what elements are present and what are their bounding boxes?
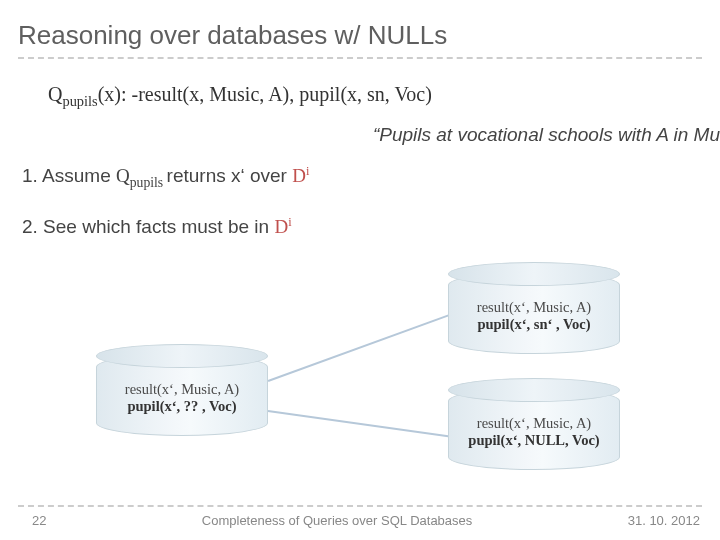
db-cylinder-top: result(x‘, Music, A) pupil(x‘, sn‘ , Voc…	[448, 272, 620, 354]
slide-footer: 22 Completeness of Queries over SQL Data…	[18, 505, 702, 528]
slide-root: Reasoning over databases w/ NULLs Qpupil…	[0, 0, 720, 540]
fact-result: result(x‘, Music, A)	[477, 299, 591, 316]
query-definition: Qpupils(x): -result(x, Music, A), pupil(…	[48, 83, 702, 110]
fact-result: result(x‘, Music, A)	[477, 415, 591, 432]
step1-q-sub: pupils	[130, 175, 167, 190]
step-1: 1. Assume Qpupils returns x‘ over Di	[22, 164, 702, 191]
slide-title: Reasoning over databases w/ NULLs	[18, 20, 702, 59]
footer-title: Completeness of Queries over SQL Databas…	[46, 513, 627, 528]
diagram-canvas: result(x‘, Music, A) pupil(x‘, sn‘ , Voc…	[18, 262, 702, 492]
connector-line	[268, 410, 466, 439]
step2-prefix: 2. See which facts must be in	[22, 216, 274, 237]
query-gloss: “Pupils at vocational schools with A in …	[18, 124, 720, 146]
step1-d-sup: i	[306, 164, 309, 178]
step1-mid: returns x‘ over	[167, 165, 293, 186]
fact-result: result(x‘, Music, A)	[125, 381, 239, 398]
step2-d-sup: i	[288, 215, 291, 229]
fact-pupil: pupil(x‘, NULL, Voc)	[468, 432, 599, 449]
footer-date: 31. 10. 2012	[628, 513, 700, 528]
connector-line	[268, 312, 456, 382]
page-number: 22	[32, 513, 46, 528]
step1-q-symbol: Q	[116, 165, 130, 186]
query-head-subscript: pupils	[62, 93, 97, 109]
query-body: (x): -result(x, Music, A), pupil(x, sn, …	[98, 83, 432, 105]
step-2: 2. See which facts must be in Di	[22, 215, 702, 238]
step1-d-symbol: D	[292, 165, 306, 186]
fact-pupil: pupil(x‘, ?? , Voc)	[127, 398, 236, 415]
step1-prefix: 1. Assume	[22, 165, 116, 186]
db-cylinder-left: result(x‘, Music, A) pupil(x‘, ?? , Voc)	[96, 354, 268, 436]
query-head-symbol: Q	[48, 83, 62, 105]
fact-pupil: pupil(x‘, sn‘ , Voc)	[477, 316, 590, 333]
step2-d-symbol: D	[274, 216, 288, 237]
db-cylinder-bottom: result(x‘, Music, A) pupil(x‘, NULL, Voc…	[448, 388, 620, 470]
